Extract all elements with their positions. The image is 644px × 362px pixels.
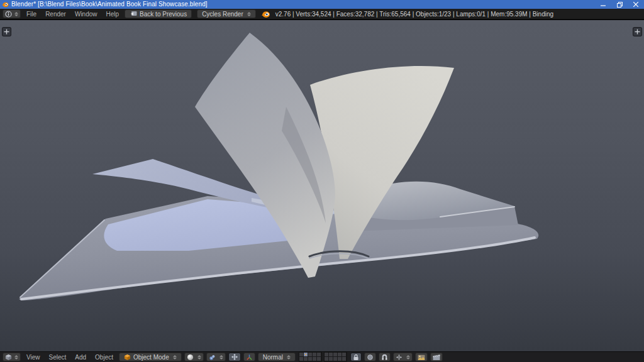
editor-type-arrows-icon: [14, 12, 18, 16]
close-button[interactable]: [628, 0, 644, 9]
manipulator-axis-button[interactable]: [243, 353, 255, 361]
menu-object[interactable]: Object: [91, 352, 118, 362]
render-image-icon: [418, 354, 425, 361]
transform-orientation-select[interactable]: Normal: [258, 353, 296, 361]
window-controls: [595, 0, 644, 9]
scene-statistics: v2.76 | Verts:34,524 | Faces:32,782 | Tr…: [275, 11, 553, 18]
info-editor-icon: [5, 11, 12, 18]
render-engine-select[interactable]: Cycles Render: [197, 9, 256, 18]
plus-icon: [635, 29, 640, 35]
snap-increment-icon: [396, 354, 402, 361]
shading-dropdown-arrows-icon: [197, 355, 201, 359]
expand-properties-button[interactable]: [633, 27, 642, 36]
mode-select[interactable]: Object Mode: [119, 353, 182, 361]
window-titlebar: Blender* [B:\Blend Files\Book\Animated B…: [0, 0, 644, 9]
proportional-edit-select[interactable]: [364, 353, 376, 361]
minimize-button[interactable]: [595, 0, 611, 9]
axis-gizmo-icon: [246, 354, 253, 361]
render-engine-value: Cycles Render: [202, 11, 243, 18]
menu-help[interactable]: Help: [102, 9, 124, 19]
manipulator-translate-toggle[interactable]: [228, 353, 241, 361]
back-to-previous-label: Back to Previous: [140, 11, 187, 18]
editor-type-button-3dview[interactable]: [3, 353, 21, 361]
layers-widget[interactable]: [299, 352, 347, 362]
mode-select-value: Object Mode: [133, 354, 169, 361]
layers-group-2[interactable]: [324, 352, 347, 362]
mode-dropdown-arrows-icon: [173, 355, 177, 359]
view3d-header: View Select Add Object Object Mode: [0, 351, 644, 362]
restore-button[interactable]: [611, 0, 628, 9]
book-render: [0, 20, 644, 351]
translate-manipulator-icon: [231, 353, 238, 361]
viewport-shading-select[interactable]: [184, 353, 204, 361]
engine-dropdown-arrows-icon: [247, 12, 251, 16]
menu-add[interactable]: Add: [70, 352, 91, 362]
menu-render[interactable]: Render: [41, 9, 70, 19]
window-title: Blender* [B:\Blend Files\Book\Animated B…: [11, 0, 208, 9]
opengl-render-anim-button[interactable]: [430, 353, 443, 361]
menu-window[interactable]: Window: [70, 9, 102, 19]
editor-type-arrows-icon: [14, 355, 18, 359]
clapperboard-icon: [433, 354, 440, 361]
menu-view[interactable]: View: [22, 352, 45, 362]
view3d-editor-icon: [5, 354, 12, 361]
proportional-circle-icon: [367, 354, 374, 361]
snap-toggle[interactable]: [379, 353, 391, 361]
layers-group-1[interactable]: [299, 352, 322, 362]
expand-toolshelf-button[interactable]: [2, 27, 11, 36]
back-to-previous-button[interactable]: Back to Previous: [125, 9, 192, 18]
snap-dropdown-arrows-icon: [406, 355, 410, 359]
blender-splash-logo-icon: [261, 10, 270, 18]
pivot-median-icon: [209, 354, 216, 361]
back-arrow-icon: [130, 11, 137, 17]
pivot-point-select[interactable]: [206, 353, 226, 361]
menu-select[interactable]: Select: [45, 352, 71, 362]
orientation-dropdown-arrows-icon: [287, 355, 291, 359]
snap-element-select[interactable]: [393, 353, 413, 361]
solid-shading-sphere-icon: [187, 354, 194, 361]
lock-icon: [353, 354, 359, 361]
object-mode-cube-icon: [124, 354, 131, 361]
scene-lock-toggle[interactable]: [350, 353, 362, 361]
magnet-icon: [381, 354, 388, 361]
opengl-render-still-button[interactable]: [415, 353, 428, 361]
info-header: File Render Window Help Back to Previous…: [0, 9, 644, 19]
orientation-value: Normal: [263, 354, 283, 361]
plus-icon: [4, 29, 9, 35]
viewport-3d[interactable]: [0, 20, 644, 351]
pivot-dropdown-arrows-icon: [219, 355, 223, 359]
editor-type-button-info[interactable]: [3, 9, 21, 18]
menu-file[interactable]: File: [22, 9, 41, 19]
blender-logo-icon: [2, 1, 9, 8]
